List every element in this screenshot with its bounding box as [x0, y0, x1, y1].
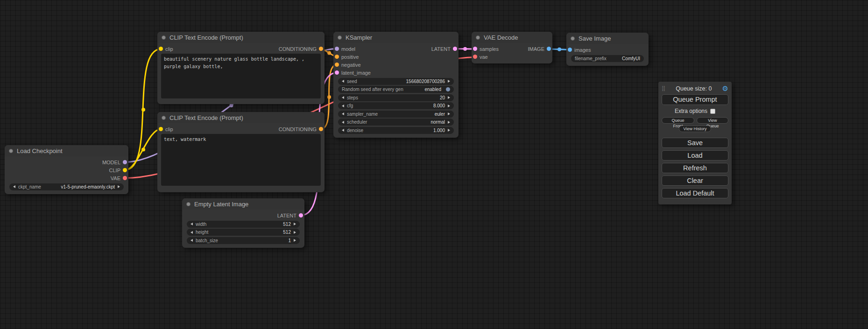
latent-port-dot[interactable] — [473, 47, 477, 51]
widget-height[interactable]: height 512 — [187, 229, 300, 236]
input-port-model[interactable]: model — [335, 46, 355, 52]
input-port-positive[interactable]: positive — [335, 54, 359, 60]
decrement-arrow-icon[interactable] — [342, 129, 344, 132]
collapse-dot-icon[interactable] — [162, 35, 166, 40]
node-title-bar[interactable]: Empty Latent Image — [182, 198, 304, 210]
conditioning-port-dot[interactable] — [319, 47, 323, 51]
collapse-dot-icon[interactable] — [571, 36, 575, 41]
view-queue-button[interactable]: View Queue — [697, 117, 728, 124]
widget-steps[interactable]: steps 20 — [338, 94, 454, 101]
load-button[interactable]: Load — [662, 150, 728, 161]
output-port-latent[interactable]: LATENT — [431, 46, 457, 52]
decrement-arrow-icon[interactable] — [191, 223, 193, 225]
node-clip-text-encode-positive[interactable]: CLIP Text Encode (Prompt) clip CONDITION… — [157, 32, 325, 104]
prev-value-arrow-icon[interactable] — [342, 112, 344, 115]
decrement-arrow-icon[interactable] — [191, 231, 193, 234]
node-ksampler[interactable]: KSampler model LATENT positive — [333, 32, 459, 138]
output-port-clip[interactable]: CLIP — [109, 168, 127, 173]
negative-prompt-textarea[interactable]: text, watermark — [161, 134, 321, 186]
increment-arrow-icon[interactable] — [294, 223, 296, 225]
image-port-dot[interactable] — [547, 47, 551, 51]
widget-cfg[interactable]: cfg 8.000 — [338, 102, 454, 109]
clip-port-dot[interactable] — [123, 168, 127, 172]
prev-value-arrow-icon[interactable] — [13, 185, 15, 188]
collapse-dot-icon[interactable] — [338, 35, 342, 40]
decrement-arrow-icon[interactable] — [342, 105, 344, 107]
node-load-checkpoint[interactable]: Load Checkpoint MODEL CLIP VAE — [5, 145, 128, 194]
node-title-bar[interactable]: CLIP Text Encode (Prompt) — [157, 32, 325, 43]
collapse-dot-icon[interactable] — [162, 116, 166, 120]
model-port-dot[interactable] — [335, 47, 339, 51]
collapse-dot-icon[interactable] — [9, 149, 13, 153]
output-port-image[interactable]: IMAGE — [528, 46, 551, 52]
positive-prompt-textarea[interactable]: beautiful scenery nature glass bottle la… — [161, 54, 321, 98]
input-port-samples[interactable]: samples — [473, 46, 499, 52]
latent-port-dot[interactable] — [335, 70, 339, 75]
node-title-bar[interactable]: KSampler — [333, 32, 459, 43]
widget-sampler-name[interactable]: sampler_name euler — [338, 111, 454, 118]
widget-denoise[interactable]: denoise 1.000 — [338, 127, 454, 134]
output-port-conditioning[interactable]: CONDITIONING — [279, 46, 323, 52]
widget-scheduler[interactable]: scheduler normal — [338, 119, 454, 126]
extra-options-checkbox[interactable] — [710, 109, 715, 114]
node-save-image[interactable]: Save Image images filename_prefix ComfyU… — [566, 33, 649, 66]
load-default-button[interactable]: Load Default — [662, 188, 728, 198]
latent-port-dot[interactable] — [453, 47, 457, 51]
clip-port-dot[interactable] — [159, 127, 163, 131]
output-port-vae[interactable]: VAE — [111, 175, 127, 181]
widget-filename-prefix[interactable]: filename_prefix ComfyUI — [571, 55, 644, 62]
increment-arrow-icon[interactable] — [448, 105, 450, 107]
input-port-clip[interactable]: clip — [159, 126, 173, 132]
graph-canvas[interactable]: Load Checkpoint MODEL CLIP VAE — [0, 0, 868, 329]
node-vae-decode[interactable]: VAE Decode samples IMAGE vae — [472, 32, 552, 63]
decrement-arrow-icon[interactable] — [191, 239, 193, 242]
next-value-arrow-icon[interactable] — [448, 121, 450, 124]
output-port-conditioning[interactable]: CONDITIONING — [279, 126, 323, 132]
conditioning-port-dot[interactable] — [335, 63, 339, 67]
node-title-bar[interactable]: VAE Decode — [472, 32, 552, 43]
widget-random-seed-toggle[interactable]: Random seed after every gen enabled — [338, 86, 454, 93]
image-port-dot[interactable] — [568, 48, 572, 52]
next-value-arrow-icon[interactable] — [118, 185, 120, 188]
input-port-clip[interactable]: clip — [159, 46, 173, 52]
vae-port-dot[interactable] — [473, 55, 477, 59]
node-empty-latent-image[interactable]: Empty Latent Image LATENT width 512 heig… — [182, 198, 304, 248]
widget-ckpt-name[interactable]: ckpt_name v1-5-pruned-emaonly.ckpt — [9, 183, 124, 190]
widget-width[interactable]: width 512 — [187, 221, 300, 228]
decrement-arrow-icon[interactable] — [342, 96, 344, 99]
widget-seed[interactable]: seed 156680208700286 — [338, 78, 454, 85]
widget-batch-size[interactable]: batch_size 1 — [187, 237, 300, 244]
collapse-dot-icon[interactable] — [186, 202, 191, 206]
view-history-button[interactable]: View History — [679, 126, 712, 132]
conditioning-port-dot[interactable] — [319, 127, 323, 131]
collapse-dot-icon[interactable] — [476, 35, 480, 40]
input-port-vae[interactable]: vae — [473, 54, 488, 60]
prev-value-arrow-icon[interactable] — [342, 121, 344, 124]
queue-front-button[interactable]: Queue Front — [662, 117, 694, 124]
clear-button[interactable]: Clear — [662, 175, 728, 186]
settings-gear-icon[interactable]: ⚙ — [722, 85, 728, 92]
latent-port-dot[interactable] — [299, 213, 303, 217]
increment-arrow-icon[interactable] — [294, 231, 296, 234]
conditioning-port-dot[interactable] — [335, 55, 339, 59]
input-port-negative[interactable]: negative — [335, 62, 361, 68]
increment-arrow-icon[interactable] — [448, 96, 450, 99]
input-port-latent-image[interactable]: latent_image — [335, 70, 371, 76]
decrement-arrow-icon[interactable] — [342, 80, 344, 83]
node-title-bar[interactable]: CLIP Text Encode (Prompt) — [157, 112, 325, 123]
clip-port-dot[interactable] — [159, 47, 163, 51]
next-value-arrow-icon[interactable] — [448, 112, 450, 115]
vae-port-dot[interactable] — [123, 176, 127, 180]
input-port-images[interactable]: images — [568, 47, 591, 53]
refresh-button[interactable]: Refresh — [662, 163, 728, 173]
model-port-dot[interactable] — [123, 160, 127, 164]
increment-arrow-icon[interactable] — [448, 129, 450, 132]
increment-arrow-icon[interactable] — [448, 80, 450, 83]
node-title-bar[interactable]: Load Checkpoint — [5, 145, 128, 156]
toggle-knob-icon[interactable] — [446, 87, 450, 91]
queue-prompt-button[interactable]: Queue Prompt — [662, 94, 728, 105]
node-title-bar[interactable]: Save Image — [566, 33, 649, 44]
output-port-latent[interactable]: LATENT — [277, 213, 303, 218]
save-button[interactable]: Save — [662, 138, 728, 148]
drag-handle-icon[interactable]: ⣿ — [662, 85, 665, 91]
